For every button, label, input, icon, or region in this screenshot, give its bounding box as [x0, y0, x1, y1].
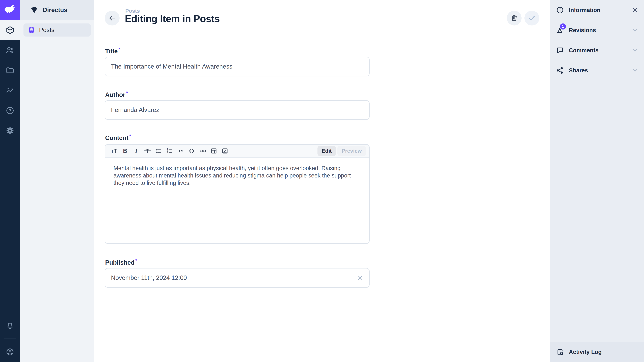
content-textarea[interactable]: Mental health is just as important as ph…	[105, 158, 369, 193]
sidebar-section-label: Revisions	[569, 27, 596, 33]
activity-log-button[interactable]: Activity Log	[550, 342, 644, 362]
nav-item-label: Posts	[39, 26, 54, 33]
page-title: Editing Item in Posts	[125, 13, 220, 24]
content-editor: TT B I T 123	[105, 144, 370, 244]
module-users[interactable]	[0, 40, 20, 60]
project-switcher[interactable]: Directus	[20, 0, 94, 20]
code-button[interactable]	[186, 146, 197, 156]
users-icon	[6, 46, 14, 54]
bullet-list-icon	[155, 147, 162, 155]
strikethrough-button[interactable]: T	[142, 146, 153, 156]
clear-date-icon[interactable]	[357, 275, 364, 281]
module-content[interactable]	[0, 20, 20, 40]
editor-toolbar: TT B I T 123	[105, 145, 369, 158]
sidebar-section-shares[interactable]: Shares	[550, 60, 644, 80]
tab-edit[interactable]: Edit	[318, 146, 336, 156]
module-files[interactable]	[0, 60, 20, 80]
help-icon: ?	[6, 106, 14, 115]
author-label: Author*	[105, 90, 128, 98]
bold-icon: B	[123, 148, 127, 154]
revisions-icon: 1	[556, 26, 564, 34]
editor-mode-tabs: Edit Preview	[318, 146, 366, 156]
directus-logo[interactable]	[0, 0, 20, 20]
required-asterisk: *	[129, 133, 131, 138]
link-button[interactable]	[197, 146, 208, 156]
heading-icon: TT	[111, 148, 117, 154]
rabbit-logo-icon	[4, 4, 16, 16]
author-input[interactable]	[105, 100, 370, 120]
info-icon	[556, 6, 564, 14]
check-icon	[528, 14, 536, 22]
insights-icon	[6, 86, 14, 95]
chevron-down-icon[interactable]	[632, 27, 638, 33]
module-settings[interactable]	[0, 121, 20, 141]
quote-icon	[177, 147, 184, 155]
image-button[interactable]	[219, 146, 230, 156]
back-button[interactable]	[105, 11, 120, 25]
arrow-left-icon	[108, 14, 116, 22]
required-asterisk: *	[118, 47, 120, 52]
bell-icon	[6, 322, 14, 330]
chevron-down-icon[interactable]	[632, 47, 638, 53]
blockquote-button[interactable]	[175, 146, 186, 156]
module-insights[interactable]	[0, 80, 20, 100]
italic-button[interactable]: I	[131, 146, 142, 156]
module-bar-divider	[4, 339, 16, 339]
nav-item-posts[interactable]: Posts	[24, 23, 91, 36]
bullet-list-button[interactable]	[153, 146, 164, 156]
svg-text:3: 3	[167, 151, 168, 154]
module-bar: ?	[0, 0, 20, 362]
project-fan-icon	[30, 6, 38, 14]
module-help[interactable]: ?	[0, 100, 20, 121]
avatar-icon	[6, 348, 14, 356]
account-button[interactable]	[0, 342, 20, 362]
required-asterisk: *	[126, 90, 128, 95]
sidebar-section-revisions[interactable]: 1 Revisions	[550, 20, 644, 40]
save-button[interactable]	[524, 11, 539, 25]
published-field	[105, 268, 370, 288]
heading-button[interactable]: TT	[108, 146, 120, 156]
sidebar-section-comments[interactable]: Comments	[550, 40, 644, 60]
revisions-count-badge: 1	[560, 23, 566, 30]
tab-preview[interactable]: Preview	[338, 146, 366, 156]
notifications-button[interactable]	[0, 316, 20, 336]
sidebar-section-information[interactable]: Information	[550, 0, 644, 20]
numbered-list-icon: 123	[166, 147, 173, 155]
delete-button[interactable]	[507, 11, 522, 25]
comment-icon	[556, 46, 564, 54]
numbered-list-button[interactable]: 123	[164, 146, 175, 156]
activity-log-icon	[556, 348, 564, 356]
info-sidebar: Information 1 Revisions Comments Sh	[550, 0, 644, 362]
main-content: Posts Editing Item in Posts Title* Autho…	[94, 0, 550, 362]
image-icon	[221, 147, 228, 155]
folder-icon	[6, 66, 14, 75]
table-button[interactable]	[208, 146, 219, 156]
gear-icon	[6, 126, 14, 135]
bold-button[interactable]: B	[120, 146, 131, 156]
database-icon	[28, 26, 35, 33]
link-icon	[199, 147, 206, 155]
header-actions	[507, 11, 539, 25]
share-icon	[556, 66, 564, 74]
required-asterisk: *	[135, 258, 137, 263]
code-icon	[188, 147, 195, 155]
strike-line	[144, 150, 151, 151]
sidebar-section-label: Information	[569, 7, 600, 13]
published-label: Published*	[105, 258, 137, 266]
chevron-down-icon[interactable]	[632, 67, 638, 73]
directus-app: ? Directus	[0, 0, 644, 362]
title-label: Title*	[105, 47, 120, 55]
content-label: Content*	[105, 133, 131, 141]
svg-text:?: ?	[9, 109, 11, 113]
module-bar-spacer	[0, 141, 20, 316]
close-sidebar-icon[interactable]	[632, 7, 638, 13]
project-name: Directus	[43, 6, 68, 13]
box-icon	[6, 26, 14, 34]
sidebar-section-label: Shares	[569, 67, 588, 74]
italic-icon: I	[135, 148, 137, 154]
title-input[interactable]	[105, 57, 370, 76]
published-input[interactable]	[105, 268, 370, 288]
navigation-sidebar: Directus Posts	[20, 0, 94, 362]
activity-log-label: Activity Log	[569, 349, 602, 355]
trash-icon	[510, 14, 518, 22]
